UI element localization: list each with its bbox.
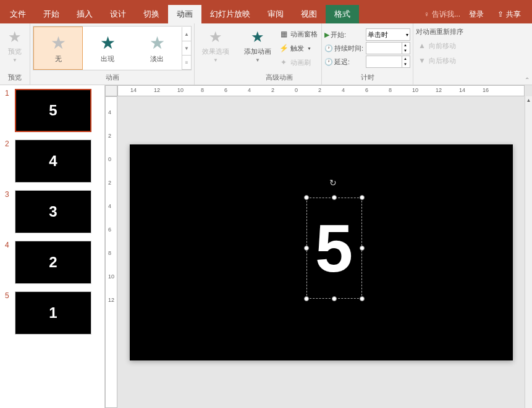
- slide-content: 3: [49, 203, 57, 220]
- tab-slideshow[interactable]: 幻灯片放映: [201, 5, 259, 23]
- clock-icon: 🕐: [324, 44, 333, 52]
- star-icon: ★: [8, 28, 22, 46]
- resize-handle-ne[interactable]: [360, 195, 365, 200]
- share-label: 共享: [506, 9, 521, 20]
- vertical-scrollbar[interactable]: ▲: [525, 96, 532, 408]
- tab-format[interactable]: 格式: [326, 5, 359, 23]
- move-later-button[interactable]: ▼ 向后移动: [416, 54, 463, 67]
- group-preview-label: 预览: [2, 72, 27, 83]
- horizontal-ruler[interactable]: 14121086420246810121416: [117, 85, 525, 96]
- slide-thumb-1[interactable]: 1 5: [5, 89, 99, 132]
- rotate-handle[interactable]: ↻: [329, 178, 339, 188]
- group-advanced-label: 高级动画: [239, 72, 319, 83]
- group-options-spacer: [197, 73, 234, 83]
- group-advanced: ★ 添加动画 ▼ ▦ 动画窗格 ⚡ 触发 ▼ ✦ 动画刷 高: [237, 23, 322, 85]
- animation-painter-button[interactable]: ✦ 动画刷: [277, 56, 319, 69]
- selection-border: [306, 198, 362, 299]
- trigger-label: 触发: [290, 44, 304, 53]
- slide-panel[interactable]: 1 5 2 4 3 3 4 2 5 1: [0, 85, 105, 408]
- slide-thumbnail[interactable]: 1: [15, 291, 91, 335]
- gallery-scroll-up[interactable]: ▲: [182, 27, 191, 41]
- tab-file[interactable]: 文件: [1, 5, 35, 23]
- trigger-button[interactable]: ⚡ 触发 ▼: [277, 41, 319, 55]
- tell-me-label: 告诉我...: [432, 9, 460, 20]
- play-icon: ▶: [324, 31, 329, 39]
- editor: 14121086420246810121416 42024681012 ▲ ↻: [105, 85, 532, 408]
- lightbulb-icon: ♀: [424, 10, 429, 19]
- resize-handle-sw[interactable]: [304, 296, 309, 301]
- share-button[interactable]: ⇪ 共享: [492, 8, 526, 21]
- star-icon: ★: [150, 33, 165, 53]
- slide-thumbnail[interactable]: 3: [15, 190, 91, 233]
- add-animation-button[interactable]: ★ 添加动画 ▼: [239, 26, 276, 65]
- delay-input[interactable]: ▲▼: [366, 56, 410, 68]
- dropdown-icon: ▼: [255, 57, 260, 63]
- preview-button[interactable]: ★ 预览 ▼: [2, 26, 27, 65]
- preview-label: 预览: [8, 47, 22, 56]
- duration-input[interactable]: ▲▼: [366, 42, 410, 54]
- spin-up[interactable]: ▲: [402, 43, 408, 48]
- slide-thumbnail[interactable]: 5: [15, 89, 91, 132]
- login-button[interactable]: 登录: [464, 8, 489, 21]
- slide-thumb-4[interactable]: 4 2: [5, 241, 99, 284]
- move-later-label: 向后移动: [429, 56, 456, 65]
- tell-me-box[interactable]: ♀ 告诉我...: [424, 9, 460, 20]
- scroll-up[interactable]: ▲: [525, 96, 532, 104]
- group-reorder-spacer: [416, 73, 463, 83]
- start-label: ▶开始:: [324, 30, 363, 40]
- start-value: 单击时: [368, 30, 388, 40]
- animation-appear[interactable]: ★ 出现: [83, 27, 132, 70]
- move-earlier-button[interactable]: ▲ 向前移动: [416, 39, 463, 52]
- dropdown-icon: ▼: [307, 46, 311, 51]
- textbox-selected[interactable]: ↻ 5: [306, 198, 362, 299]
- dropdown-icon: ▼: [12, 57, 17, 63]
- ruler-corner: [105, 85, 117, 96]
- gallery-scroll-down[interactable]: ▼: [182, 41, 191, 56]
- vertical-ruler[interactable]: 42024681012: [105, 96, 117, 408]
- slide-thumb-2[interactable]: 2 4: [5, 139, 99, 183]
- resize-handle-se[interactable]: [360, 296, 365, 301]
- slide-content: 1: [49, 304, 57, 322]
- effect-options-button[interactable]: ★ 效果选项 ▼: [197, 26, 234, 65]
- main-area: 1 5 2 4 3 3 4 2 5 1 14121086420246810121…: [0, 85, 532, 408]
- slide-thumb-5[interactable]: 5 1: [5, 291, 99, 335]
- resize-handle-nw[interactable]: [304, 195, 309, 200]
- animation-fade[interactable]: ★ 淡出: [132, 27, 182, 70]
- resize-handle-n[interactable]: [332, 195, 337, 200]
- tab-home[interactable]: 开始: [35, 5, 68, 23]
- tab-review[interactable]: 审阅: [259, 5, 292, 23]
- slide-thumbnail[interactable]: 4: [15, 139, 91, 183]
- canvas-holder: ↻ 5: [117, 96, 525, 408]
- slide-canvas[interactable]: ↻ 5: [130, 144, 513, 360]
- resize-handle-w[interactable]: [304, 246, 309, 251]
- move-earlier-label: 向前移动: [429, 41, 456, 51]
- animation-pane-label: 动画窗格: [290, 30, 318, 39]
- slide-number: 3: [5, 190, 11, 233]
- animation-gallery: ★ 无 ★ 出现 ★ 淡出 ▲ ▼ ≡: [33, 26, 192, 70]
- animation-none-label: 无: [55, 54, 62, 64]
- gallery-more[interactable]: ≡: [182, 56, 191, 70]
- tab-insert[interactable]: 插入: [68, 5, 101, 23]
- resize-handle-e[interactable]: [360, 246, 365, 251]
- slide-content: 4: [49, 152, 57, 170]
- spin-up[interactable]: ▲: [402, 56, 408, 62]
- painter-icon: ✦: [279, 58, 289, 67]
- animation-appear-label: 出现: [101, 54, 114, 64]
- tab-view[interactable]: 视图: [292, 5, 326, 23]
- dropdown-icon: ▾: [406, 32, 408, 38]
- slide-number: 5: [5, 291, 11, 335]
- slide-thumbnail[interactable]: 2: [15, 241, 91, 284]
- start-dropdown[interactable]: 单击时 ▾: [366, 28, 410, 41]
- spin-down[interactable]: ▼: [402, 62, 408, 67]
- tab-transitions[interactable]: 切换: [135, 5, 168, 23]
- resize-handle-s[interactable]: [332, 296, 337, 301]
- animation-none[interactable]: ★ 无: [33, 27, 83, 70]
- trigger-icon: ⚡: [279, 44, 289, 52]
- spin-down[interactable]: ▼: [402, 48, 408, 54]
- slide-thumb-3[interactable]: 3 3: [5, 190, 99, 233]
- animation-pane-button[interactable]: ▦ 动画窗格: [277, 27, 319, 41]
- tab-animations[interactable]: 动画: [168, 5, 201, 23]
- tab-design[interactable]: 设计: [101, 5, 135, 23]
- collapse-ribbon[interactable]: ⌃: [522, 75, 532, 85]
- duration-label: 🕐持续时间:: [324, 44, 363, 53]
